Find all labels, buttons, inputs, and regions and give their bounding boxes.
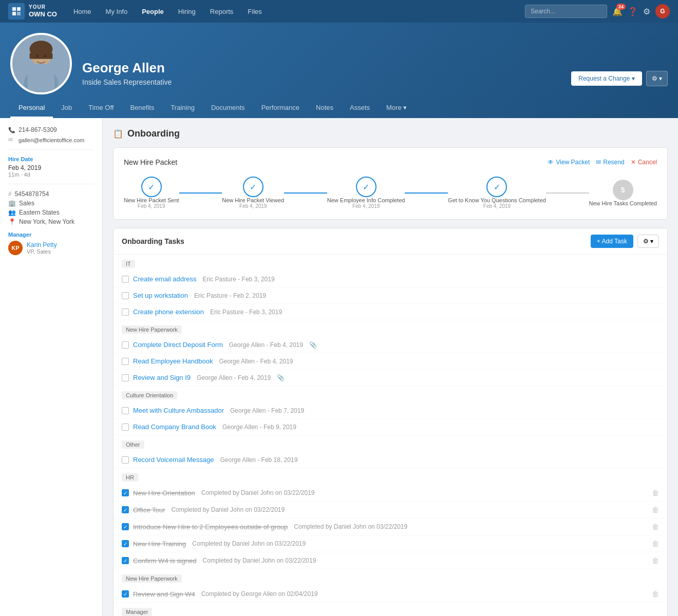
task-checkbox[interactable] (122, 506, 129, 513)
task-delete-icon[interactable]: 🗑 (652, 556, 659, 565)
profile-job-title: Inside Sales Representative (82, 78, 561, 86)
onboarding-section: 📋 Onboarding New Hire Packet 👁 View Pack… (103, 118, 678, 616)
tab-assets[interactable]: Assets (342, 99, 378, 118)
tab-documents[interactable]: Documents (203, 99, 253, 118)
request-change-button[interactable]: Request a Change ▾ (571, 71, 642, 86)
task-checkbox[interactable] (122, 424, 129, 431)
cancel-button[interactable]: ✕ Cancel (631, 159, 657, 166)
email-icon: ✉ (8, 137, 15, 143)
task-settings-button[interactable]: ⚙ ▾ (637, 235, 659, 248)
logo-text: YOUR OWN CO (29, 4, 57, 18)
manager-name: Karin Petty (27, 241, 57, 248)
dept-icon: 🏢 (8, 200, 16, 207)
tab-benefits[interactable]: Benefits (122, 99, 162, 118)
nav-home[interactable]: Home (67, 4, 98, 20)
connector-2 (284, 192, 327, 194)
task-checkbox[interactable] (122, 309, 129, 316)
group-other-label: Other (122, 440, 144, 449)
task-link[interactable]: Confirm W4 is signed (133, 557, 197, 565)
task-link[interactable]: Record Voicemail Message (133, 456, 214, 464)
nav-files[interactable]: Files (241, 4, 268, 20)
profile-name: George Allen (82, 60, 561, 76)
task-link[interactable]: Create phone extension (133, 308, 204, 316)
notification-icon[interactable]: 🔔24 (612, 7, 623, 16)
task-delete-icon[interactable]: 🗑 (652, 506, 659, 514)
profile-gear-button[interactable]: ⚙ ▾ (646, 71, 668, 86)
nav-links: Home My Info People Hiring Reports Files (67, 4, 525, 20)
phone-icon: 📞 (8, 127, 15, 133)
task-link[interactable]: New Hire Orientation (133, 489, 195, 497)
task-checkbox[interactable] (122, 590, 129, 598)
packet-card: New Hire Packet 👁 View Packet ✉ Resend ✕… (113, 147, 668, 220)
settings-icon[interactable]: ⚙ (643, 7, 650, 16)
task-delete-icon[interactable]: 🗑 (652, 489, 659, 497)
nav-hiring[interactable]: Hiring (172, 4, 202, 20)
task-checkbox[interactable] (122, 540, 129, 547)
task-meta: George Allen - Feb 7, 2019 (230, 407, 304, 414)
tab-timeoff[interactable]: Time Off (80, 99, 122, 118)
task-checkbox[interactable] (122, 292, 129, 299)
resend-button[interactable]: ✉ Resend (596, 159, 624, 166)
logo[interactable]: YOUR OWN CO (8, 3, 57, 20)
task-link[interactable]: New Hire Training (133, 540, 186, 548)
step-4-date: Feb 4, 2019 (483, 203, 511, 209)
help-icon[interactable]: ❓ (628, 7, 638, 16)
task-link[interactable]: Complete Direct Deposit Form (133, 341, 223, 349)
task-link[interactable]: Set up workstation (133, 292, 188, 299)
task-checkbox[interactable] (122, 456, 129, 464)
step-5: 5 New Hire Tasks Completed (589, 180, 657, 206)
task-checkbox[interactable] (122, 557, 129, 564)
task-row: Introduce New Hire to 2 Employees outsid… (114, 518, 667, 535)
nav-people[interactable]: People (136, 4, 170, 20)
task-checkbox[interactable] (122, 489, 129, 496)
sidebar-department: 🏢 Sales (8, 200, 94, 207)
task-link[interactable]: Meet with Culture Ambassador (133, 407, 224, 414)
task-checkbox[interactable] (122, 523, 129, 530)
task-link[interactable]: Review and Sign W4 (133, 590, 195, 598)
task-delete-icon[interactable]: 🗑 (652, 590, 659, 598)
logo-icon (8, 3, 25, 20)
task-checkbox[interactable] (122, 407, 129, 414)
connector-4 (546, 192, 589, 194)
task-checkbox[interactable] (122, 358, 129, 365)
task-delete-icon[interactable]: 🗑 (652, 523, 659, 531)
task-link[interactable]: Review and Sign I9 (133, 374, 191, 381)
manager-card[interactable]: KP Karin Petty VP, Sales (8, 241, 94, 255)
task-checkbox[interactable] (122, 276, 129, 283)
task-link[interactable]: Introduce New Hire to 2 Employees outsid… (133, 523, 288, 531)
task-link[interactable]: Read Company Brand Book (133, 423, 216, 431)
tab-job[interactable]: Job (53, 99, 80, 118)
add-task-button[interactable]: + Add Task (591, 235, 633, 248)
task-checkbox[interactable] (122, 341, 129, 349)
nav-myinfo[interactable]: My Info (100, 4, 134, 20)
tasks-card-header: Onboarding Tasks + Add Task ⚙ ▾ (114, 228, 667, 255)
tab-training[interactable]: Training (162, 99, 202, 118)
task-checkbox[interactable] (122, 374, 129, 381)
section-title: Onboarding (127, 128, 180, 139)
manager-role: VP, Sales (27, 248, 57, 255)
tab-notes[interactable]: Notes (308, 99, 342, 118)
task-row: Read Employee Handbook George Allen - Fe… (114, 353, 667, 370)
task-row: New Hire Training Completed by Daniel Jo… (114, 535, 667, 552)
tab-more[interactable]: More ▾ (378, 99, 415, 118)
task-link[interactable]: Create email address (133, 275, 197, 283)
step-2-circle: ✓ (243, 177, 263, 197)
task-meta: Completed by Daniel John on 03/22/2019 (203, 557, 316, 564)
task-delete-icon[interactable]: 🗑 (652, 540, 659, 548)
task-row: Record Voicemail Message George Allen - … (114, 452, 667, 468)
sidebar-email: ✉ gallen@efficientoffice.com (8, 137, 94, 143)
hire-tenure: 11m · 4d (8, 171, 94, 178)
view-packet-button[interactable]: 👁 View Packet (548, 159, 590, 166)
step-3: ✓ New Employee Info Completed Feb 4, 201… (327, 177, 405, 209)
search-input[interactable] (525, 5, 607, 18)
task-meta: Eric Pasture - Feb 2, 2019 (194, 292, 266, 299)
tab-performance[interactable]: Performance (253, 99, 308, 118)
step-1-label: New Hire Packet Sent (124, 197, 179, 203)
user-avatar[interactable]: G (655, 4, 670, 18)
nav-reports[interactable]: Reports (204, 4, 240, 20)
manager-info: Karin Petty VP, Sales (27, 241, 57, 255)
tab-personal[interactable]: Personal (10, 99, 53, 118)
task-link[interactable]: Office Tour (133, 506, 165, 514)
task-meta: Completed by Daniel John on 03/22/2019 (294, 523, 407, 530)
task-link[interactable]: Read Employee Handbook (133, 357, 213, 365)
